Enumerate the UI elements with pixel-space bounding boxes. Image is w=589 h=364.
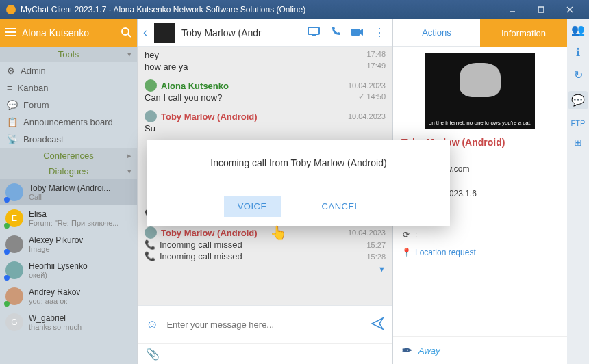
more-icon[interactable]: ⋮: [372, 26, 387, 39]
refresh-icon[interactable]: ⟳: [401, 230, 411, 239]
avatar: E: [5, 209, 23, 227]
chevron-right-icon: ▸: [127, 151, 131, 160]
dialogue-item[interactable]: Alexey Pikurov Image: [0, 231, 137, 257]
phone-missed-icon: 📞: [145, 251, 155, 261]
scroll-down-icon[interactable]: ▼: [145, 262, 386, 273]
info-icon[interactable]: ℹ: [576, 46, 580, 59]
sidebar-header: Alona Kutsenko: [0, 19, 137, 47]
dialogue-subtitle: Call: [29, 193, 110, 201]
tool-icon: 📋: [7, 117, 18, 127]
chat-icon[interactable]: 💬: [568, 91, 588, 109]
avatar: G: [5, 313, 23, 331]
dialogue-name: Toby Marlow (Androi...: [29, 183, 110, 193]
hamburger-icon[interactable]: [5, 27, 16, 39]
svg-rect-2: [538, 7, 544, 12]
tool-icon: ≡: [7, 83, 12, 93]
chevron-down-icon: ▾: [127, 50, 131, 59]
attachment-icon[interactable]: 📎: [146, 348, 160, 361]
voice-call-icon[interactable]: [328, 26, 343, 40]
avatar: [5, 287, 23, 305]
ftp-button[interactable]: FTP: [571, 119, 586, 127]
sender-avatar: [145, 110, 157, 122]
svg-point-8: [122, 28, 129, 35]
sender-avatar: [145, 226, 157, 239]
close-button[interactable]: [556, 0, 584, 19]
chevron-down-icon: ▾: [127, 167, 131, 176]
tool-announcements-board[interactable]: 📋Announcements board: [0, 114, 137, 131]
svg-rect-10: [308, 27, 319, 34]
dialogue-name: Andrey Rakov: [29, 287, 80, 297]
tool-broadcast[interactable]: 📡Broadcast: [0, 131, 137, 148]
tool-icon: ⚙: [7, 66, 15, 76]
dialogue-name: Elisa: [29, 209, 118, 219]
video-call-icon[interactable]: [350, 27, 365, 39]
avatar: [5, 235, 23, 253]
dialogue-name: Heorhii Lysenko: [29, 261, 88, 271]
dialogue-item[interactable]: Heorhii Lysenko окей): [0, 257, 137, 283]
dialogue-item[interactable]: Toby Marlow (Androi... Call: [0, 179, 137, 205]
screen-share-icon[interactable]: [306, 27, 321, 39]
conferences-section-header[interactable]: Conferences▸: [0, 148, 137, 164]
dialog-message: Incoming call from Toby Marlow (Android): [161, 157, 436, 168]
back-icon[interactable]: ‹: [143, 25, 147, 40]
status-row[interactable]: ✒ Away: [393, 336, 567, 364]
dialogue-item[interactable]: G W_gabriel thanks so much: [0, 309, 137, 335]
dialogue-item[interactable]: Andrey Rakov you: ааа ок: [0, 283, 137, 309]
maximize-button[interactable]: [527, 0, 555, 19]
current-user-name: Alona Kutsenko: [22, 27, 121, 38]
dialogue-subtitle: окей): [29, 271, 88, 279]
dialogue-name: W_gabriel: [29, 313, 82, 323]
contacts-icon[interactable]: 👥: [571, 23, 585, 36]
dialogue-subtitle: thanks so much: [29, 323, 82, 331]
chat-contact-name: Toby Marlow (Andr: [181, 27, 299, 38]
sidebar: Alona Kutsenko Tools▾ ⚙Admin≡Kanban💬Foru…: [0, 19, 137, 364]
tool-icon: 💬: [7, 100, 18, 110]
message-input[interactable]: [166, 320, 362, 330]
dialogue-subtitle: Forum: "Re: При включе...: [29, 219, 118, 227]
tool-kanban[interactable]: ≡Kanban: [0, 79, 137, 96]
avatar: [5, 261, 23, 279]
search-icon[interactable]: [121, 27, 131, 40]
svg-point-0: [6, 5, 16, 14]
dialogue-item[interactable]: E Elisa Forum: "Re: При включе...: [0, 205, 137, 231]
contact-image[interactable]: on the internet, no one knows you're a c…: [425, 53, 535, 129]
incoming-call-dialog: Incoming call from Toby Marlow (Android)…: [147, 140, 450, 226]
dialogue-name: Alexey Pikurov: [29, 235, 83, 245]
app-icon: [5, 4, 16, 15]
tool-admin[interactable]: ⚙Admin: [0, 62, 137, 79]
qr-icon[interactable]: ⊞: [574, 137, 582, 148]
dialogue-subtitle: you: ааа ок: [29, 297, 80, 305]
cancel-button[interactable]: CANCEL: [308, 196, 374, 217]
tab-actions[interactable]: Actions: [393, 19, 480, 47]
window-titlebar: MyChat Client 2023.1.7 - Alona Kutsenko …: [0, 0, 589, 19]
window-title: MyChat Client 2023.1.7 - Alona Kutsenko …: [21, 5, 499, 14]
dialogue-subtitle: Image: [29, 245, 83, 253]
location-icon: 📍: [401, 248, 411, 257]
emoji-icon[interactable]: ☺: [146, 317, 158, 332]
right-rail: 👥 ℹ ↻ 💬 FTP ⊞: [567, 19, 589, 364]
tool-icon: 📡: [7, 134, 18, 144]
chat-header: ‹ Toby Marlow (Andr ⋮: [138, 19, 392, 47]
message-input-row: ☺: [138, 305, 392, 343]
svg-rect-12: [351, 29, 360, 36]
svg-line-9: [128, 34, 131, 37]
voice-button[interactable]: VOICE: [224, 196, 281, 217]
location-request-link[interactable]: 📍Location request: [401, 246, 559, 259]
tools-section-header[interactable]: Tools▾: [0, 47, 137, 62]
phone-missed-icon: 📞: [145, 239, 155, 250]
send-icon[interactable]: [371, 317, 384, 333]
tool-forum[interactable]: 💬Forum: [0, 96, 137, 114]
history-icon[interactable]: ↻: [574, 68, 583, 81]
avatar: [5, 183, 23, 201]
contact-avatar[interactable]: [154, 23, 175, 43]
pen-icon: ✒: [401, 342, 413, 359]
tab-information[interactable]: Information: [480, 19, 567, 47]
sender-avatar: [145, 79, 157, 92]
dialogues-section-header[interactable]: Dialogues▾: [0, 164, 137, 179]
minimize-button[interactable]: [499, 0, 526, 19]
